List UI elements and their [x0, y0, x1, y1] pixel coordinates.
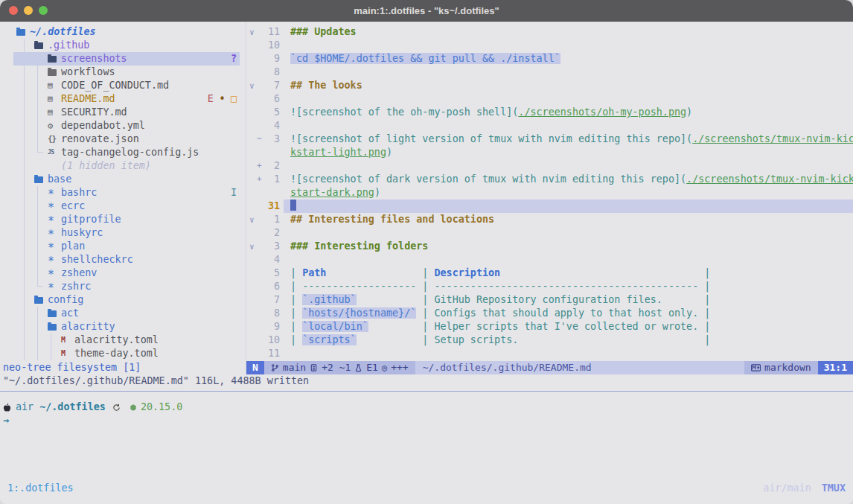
editor-line[interactable]: 8 — [246, 66, 853, 79]
tree-item-label: gitprofile — [61, 213, 121, 226]
error-badge: E — [208, 92, 214, 106]
gutter: 7 — [246, 293, 284, 307]
tree-item-label: base — [48, 173, 71, 186]
tree-item[interactable]: .github — [0, 39, 246, 52]
editor-pane[interactable]: ∨11### Updates109`cd $HOME/.dotfiles && … — [246, 22, 853, 374]
node-version: 20.15.0 — [141, 401, 182, 414]
tree-item[interactable]: *huskyrc — [0, 226, 246, 240]
tree-item[interactable]: ▤CODE_OF_CONDUCT.md — [0, 79, 246, 92]
fold-icon[interactable]: ∨ — [249, 80, 255, 93]
tree-item[interactable]: base — [0, 173, 246, 186]
fold-icon[interactable]: ∨ — [249, 240, 255, 254]
editor-line[interactable]: 4 — [246, 253, 853, 267]
tree-item[interactable]: ▤README.mdE•□ — [0, 92, 246, 106]
tree-item[interactable]: JStag-changelog-config.js — [0, 146, 246, 159]
tree-item[interactable]: ~/.dotfiles — [0, 25, 246, 39]
tmux-pane-divider[interactable] — [0, 391, 853, 392]
tree-item[interactable]: *zshenv — [0, 267, 246, 280]
window-controls — [9, 6, 48, 15]
editor-line[interactable]: ∨11### Updates — [246, 25, 853, 39]
line-number: 8 — [246, 66, 284, 79]
gutter: 10 — [246, 39, 284, 52]
editor-line[interactable]: 6 — [246, 92, 853, 106]
buffer-changes: +2 ~1 — [322, 361, 351, 374]
line-number: 11 — [246, 347, 284, 360]
tree-item[interactable]: Mtheme-day.toml — [0, 347, 246, 360]
editor-line[interactable]: ∨3### Interesting folders — [246, 240, 853, 253]
editor-line[interactable]: 5![screenshot of the oh-my-posh shell](.… — [246, 106, 853, 119]
line-text: kstart-light.png) — [284, 146, 853, 159]
close-button[interactable] — [9, 6, 18, 15]
tree-item-label: shellcheckrc — [61, 253, 133, 267]
tree-item[interactable]: act — [0, 307, 246, 320]
editor-line[interactable]: ∨7## The looks — [246, 79, 853, 92]
tree-item[interactable]: *gitprofile — [0, 213, 246, 226]
tree-item[interactable]: *plan — [0, 240, 246, 253]
editor-line[interactable]: 8| `hosts/{hostname}/` | Configs that sh… — [246, 307, 853, 320]
tree-item[interactable]: config — [0, 293, 246, 307]
editor-line[interactable]: 10 — [246, 39, 853, 52]
editor-line[interactable]: 9`cd $HOME/.dotfiles && git pull && ./in… — [246, 52, 853, 66]
tree-item[interactable]: alacritty — [0, 320, 246, 334]
editor-line[interactable]: 11 — [246, 347, 853, 360]
editor-line[interactable]: ~3![screenshot of light version of tmux … — [246, 133, 853, 146]
tree-item[interactable]: *ecrc — [0, 200, 246, 213]
fold-icon[interactable]: ∨ — [249, 26, 255, 39]
tree-item[interactable]: *shellcheckrc — [0, 253, 246, 267]
gutter: 8 — [246, 66, 284, 79]
line-text — [284, 226, 853, 240]
git-branch-name: main — [283, 361, 306, 374]
gutter — [246, 146, 284, 159]
js-icon: JS — [48, 146, 60, 159]
tree-item[interactable]: (1 hidden item) — [0, 159, 246, 173]
gutter: ∨1 — [246, 213, 284, 226]
line-number: 4 — [246, 119, 284, 133]
markdown-icon — [751, 364, 761, 371]
editor-line[interactable]: 2 — [246, 226, 853, 240]
tree-item-label: ecrc — [61, 200, 85, 213]
folder-icon — [34, 296, 46, 304]
editor-line[interactable]: +1![screenshot of dark version of tmux w… — [246, 173, 853, 186]
line-number: 1 — [246, 173, 284, 186]
shell-pane[interactable]: air ~/.dotfiles 20.15.0 → — [3, 401, 853, 427]
minimize-button[interactable] — [24, 6, 33, 15]
folder-shape — [34, 297, 43, 304]
zoom-button[interactable] — [39, 6, 48, 15]
tmux-session-name: air/main — [763, 482, 811, 495]
line-number: 2 — [246, 226, 284, 240]
line-text: | `local/bin` | Helper scripts that I've… — [284, 320, 853, 334]
tree-item[interactable]: *bashrcI — [0, 186, 246, 200]
editor-line[interactable]: 31 — [246, 200, 853, 213]
gutter: 4 — [246, 253, 284, 267]
editor-line[interactable]: 4 — [246, 119, 853, 133]
editor-line[interactable]: 5| Path | Description | — [246, 267, 853, 280]
editor-line[interactable]: ∨1## Interesting files and locations — [246, 213, 853, 226]
tree-item[interactable]: Malacritty.toml — [0, 334, 246, 347]
editor-line[interactable]: 9| `local/bin` | Helper scripts that I'v… — [246, 320, 853, 334]
buffer-icon — [310, 363, 318, 372]
gutter: ∨7 — [246, 79, 284, 92]
modified-badge: □ — [231, 92, 237, 106]
fold-icon[interactable]: ∨ — [249, 214, 255, 227]
tree-item[interactable]: *zshrc — [0, 280, 246, 293]
tree-item-label: config — [48, 293, 83, 307]
folder-shape — [48, 56, 57, 63]
tree-item[interactable]: {}renovate.json — [0, 133, 246, 146]
tmux-window-label[interactable]: 1:.dotfiles — [7, 482, 74, 495]
file-tree[interactable]: ~/.dotfiles.githubscreenshots?workflows▤… — [0, 22, 246, 374]
line-number: 2 — [246, 159, 284, 173]
gutter: 5 — [246, 106, 284, 119]
editor-line[interactable]: 7| `.github` | GitHub Repository configu… — [246, 293, 853, 307]
tree-item[interactable]: screenshots? — [0, 52, 246, 66]
line-text: ![screenshot of dark version of tmux wit… — [284, 173, 853, 186]
editor-line[interactable]: kstart-light.png) — [246, 146, 853, 159]
tree-item[interactable]: workflows — [0, 66, 246, 79]
tree-item-label: CODE_OF_CONDUCT.md — [61, 79, 169, 92]
star-icon: * — [48, 191, 60, 198]
tree-item[interactable]: ⚙dependabot.yml — [0, 119, 246, 133]
editor-line[interactable]: +2 — [246, 159, 853, 173]
editor-line[interactable]: 6| ------------------- | ---------------… — [246, 280, 853, 293]
editor-line[interactable]: 10| `scripts` | Setup scripts. | — [246, 334, 853, 347]
tree-item[interactable]: ▤SECURITY.md — [0, 106, 246, 119]
editor-line[interactable]: start-dark.png) — [246, 186, 853, 200]
